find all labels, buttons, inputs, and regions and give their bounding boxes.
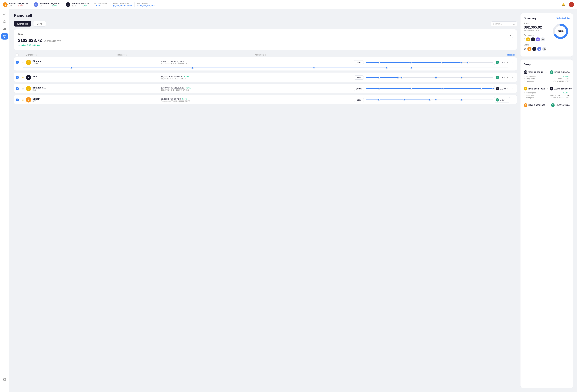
left-panel: Panic sell Exchanges Coins Total bbox=[14, 13, 517, 388]
sidebar-item-panic-sell[interactable] bbox=[1, 33, 8, 39]
slider-thumb[interactable] bbox=[410, 88, 412, 90]
allocation-input[interactable]: 25% bbox=[354, 75, 364, 80]
grid-icon[interactable]: ⠿ bbox=[553, 2, 558, 7]
slider-thumb[interactable] bbox=[378, 99, 380, 101]
zefu-name: Zenfuse bbox=[72, 2, 80, 5]
slider-track[interactable] bbox=[366, 100, 493, 100]
swap-title: Swap bbox=[524, 63, 570, 66]
total-amount: $102,628.72 bbox=[18, 38, 42, 43]
swap-to: Z ZEFU 150,606.60 bbox=[550, 87, 572, 90]
exchange-sort-icon[interactable]: ⇅ bbox=[36, 54, 37, 56]
from-icon: XRP bbox=[524, 70, 527, 74]
slider-thumb[interactable] bbox=[480, 88, 482, 90]
svg-rect-3 bbox=[4, 28, 5, 30]
slider-main-thumb[interactable] bbox=[492, 88, 494, 90]
allocation-input[interactable]: 75% bbox=[354, 60, 364, 65]
coin-badge-more: +21 bbox=[542, 47, 546, 51]
slider-thumb[interactable] bbox=[441, 61, 443, 63]
search-input[interactable] bbox=[493, 23, 511, 25]
sidebar-item-portfolio[interactable] bbox=[1, 26, 8, 32]
info-icon[interactable]: ℹ bbox=[542, 26, 543, 29]
star-button[interactable]: ★ bbox=[22, 99, 26, 101]
balance-sort-icon[interactable]: ⇅ bbox=[125, 54, 127, 56]
coin-badge-btc: ₿ bbox=[527, 47, 531, 51]
swap-item-2: ₿ BTC 0.06669959 → T USDT 3,153.6 bbox=[524, 101, 570, 110]
exchange-icon: ⬡ bbox=[26, 86, 31, 91]
ticker-eth: Ξ Ethereum ETH $1,478.32 +3.28% bbox=[31, 0, 63, 9]
app-layout: Panic sell Exchanges Coins Total bbox=[0, 9, 577, 392]
sidebar-item-activity[interactable] bbox=[1, 11, 8, 18]
slider-thumb[interactable] bbox=[435, 76, 437, 78]
coin-select[interactable]: Z ZEFU bbox=[494, 86, 510, 91]
slider-expanded bbox=[14, 67, 517, 71]
exchange-checkbox[interactable] bbox=[16, 76, 19, 79]
sidebar-item-watchlist[interactable] bbox=[1, 18, 8, 25]
exchange-checkbox[interactable] bbox=[16, 61, 19, 64]
slider-thumb[interactable] bbox=[378, 61, 380, 63]
daily-volume: Daily volume $132,069,274,058 bbox=[135, 2, 157, 7]
slider-thumb[interactable] bbox=[403, 99, 405, 101]
slider-main-thumb[interactable] bbox=[429, 99, 431, 101]
allocation-input[interactable]: 50% bbox=[354, 98, 364, 102]
dropdown-chevron-icon bbox=[507, 77, 508, 78]
slider-track[interactable] bbox=[366, 77, 493, 78]
coin-select[interactable]: T USDT bbox=[494, 60, 510, 65]
eth-change: +3.28% bbox=[51, 5, 60, 7]
star-button[interactable]: ★ bbox=[22, 87, 26, 90]
sidebar-item-settings[interactable] bbox=[1, 376, 8, 383]
select-all-checkbox[interactable] bbox=[16, 54, 18, 56]
slider-thumb[interactable] bbox=[467, 61, 469, 63]
slider-track[interactable] bbox=[366, 88, 493, 89]
sidebar-item-theme[interactable] bbox=[1, 383, 8, 390]
ticker-btc: ₿ Bitcoin BTC $47,280.65 -1.20% bbox=[3, 0, 31, 9]
exchange-sub: BNB bbox=[33, 89, 161, 91]
tab-exchanges[interactable]: Exchanges bbox=[14, 21, 31, 27]
slider-thumb[interactable] bbox=[378, 88, 380, 90]
filter-button[interactable] bbox=[508, 33, 513, 38]
coin-select[interactable]: T USDT bbox=[494, 97, 510, 103]
slider-thumb[interactable] bbox=[410, 61, 412, 63]
swap-list: XRP XRP 11,336.16 → T USDT 5,238.76 ? Pr… bbox=[524, 68, 570, 110]
expand-button[interactable] bbox=[510, 60, 515, 65]
slider-thumb[interactable] bbox=[435, 99, 437, 101]
coins-count: 24 bbox=[524, 48, 526, 50]
slider-thumb[interactable] bbox=[441, 88, 443, 90]
notification-icon[interactable]: 🔔 bbox=[561, 2, 566, 7]
slider-thumb[interactable] bbox=[378, 76, 380, 78]
exchange-badge-2: ✕ bbox=[531, 37, 535, 41]
coin-select[interactable]: T USDT bbox=[494, 75, 510, 80]
selected-count: 24 bbox=[567, 17, 570, 20]
allocation-input[interactable]: 100% bbox=[354, 87, 364, 91]
amount-label: Amount bbox=[524, 22, 546, 25]
swap-arrow-icon: → bbox=[545, 71, 547, 73]
avatar[interactable]: U bbox=[569, 2, 574, 7]
exchanges-count: 5 bbox=[524, 38, 525, 41]
total-btc: ≈2.03233411 BTC bbox=[44, 40, 61, 42]
exchange-sub: BTC bbox=[33, 100, 161, 102]
page-title: Panic sell bbox=[14, 13, 517, 18]
svg-rect-2 bbox=[3, 29, 4, 30]
question-icon: ? bbox=[524, 94, 525, 96]
slider-main-thumb[interactable] bbox=[397, 76, 399, 78]
star-button[interactable]: ★ bbox=[22, 61, 26, 64]
exchange-checkbox[interactable] bbox=[16, 87, 19, 90]
expand-button[interactable] bbox=[510, 98, 515, 102]
tab-coins[interactable]: Coins bbox=[33, 21, 46, 27]
slider-thumb[interactable] bbox=[461, 76, 463, 78]
slider-main-thumb[interactable] bbox=[461, 61, 463, 63]
exchange-checkbox[interactable] bbox=[16, 99, 19, 101]
expand-button[interactable] bbox=[510, 86, 515, 91]
slider-track[interactable] bbox=[366, 62, 493, 63]
allocation-sort-icon[interactable]: ⇅ bbox=[264, 54, 266, 56]
swap-card: Swap XRP XRP 11,336.16 → T USDT 5,238.76… bbox=[520, 59, 573, 388]
star-button[interactable]: ★ bbox=[22, 76, 26, 79]
slider-thumb[interactable] bbox=[461, 99, 463, 101]
coin-badge-eth: Ξ bbox=[537, 47, 541, 51]
reset-all-button[interactable]: Reset all bbox=[507, 54, 515, 56]
expand-button[interactable] bbox=[510, 75, 515, 80]
to-icon: Z bbox=[550, 87, 553, 90]
col-alloc-header: Allocation ⇅ bbox=[255, 54, 332, 56]
coin-icon: T bbox=[496, 98, 499, 102]
slider-thumb[interactable] bbox=[401, 76, 403, 78]
price-impact: 0.03% ℹ bbox=[563, 75, 570, 77]
